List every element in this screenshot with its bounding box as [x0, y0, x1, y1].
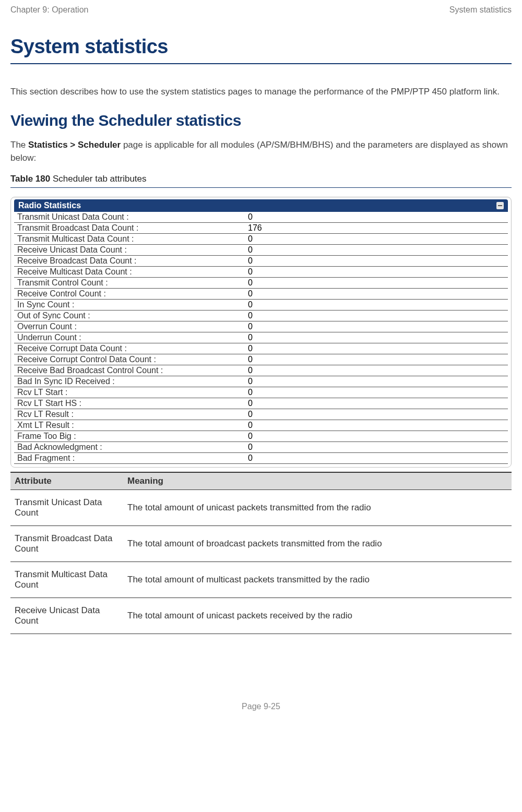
- stats-label: Receive Multicast Data Count :: [14, 266, 245, 277]
- attr-name: Transmit Multicast Data Count: [10, 562, 123, 598]
- page-footer: Page 9-25: [10, 702, 512, 711]
- attr-row: Transmit Multicast Data CountThe total a…: [10, 562, 512, 598]
- stats-row: Xmt LT Result :0: [14, 420, 508, 431]
- stats-row: Receive Control Count :0: [14, 288, 508, 299]
- stats-label: Transmit Unicast Data Count :: [14, 212, 245, 223]
- stats-label: In Sync Count :: [14, 299, 245, 310]
- stats-row: Out of Sync Count :0: [14, 310, 508, 321]
- attr-name: Receive Unicast Data Count: [10, 598, 123, 634]
- collapse-icon[interactable]: [496, 202, 504, 209]
- section-paragraph: The Statistics > Scheduler page is appli…: [10, 138, 512, 165]
- stats-value: 0: [245, 441, 508, 452]
- attr-row: Transmit Unicast Data CountThe total amo…: [10, 489, 512, 526]
- stats-value: 0: [245, 266, 508, 277]
- stats-value: 0: [245, 233, 508, 244]
- stats-value: 0: [245, 244, 508, 255]
- stats-label: Receive Corrupt Data Count :: [14, 343, 245, 354]
- panel-title-bar: Radio Statistics: [14, 199, 508, 212]
- header-right: System statistics: [449, 5, 512, 15]
- attr-name: Transmit Broadcast Data Count: [10, 526, 123, 562]
- stats-label: Rcv LT Start :: [14, 387, 245, 398]
- stats-label: Bad In Sync ID Received :: [14, 376, 245, 387]
- table-caption: Table 180 Scheduler tab attributes: [10, 174, 512, 188]
- stats-row: Bad Acknowledgment :0: [14, 441, 508, 452]
- stats-value: 0: [245, 354, 508, 365]
- stats-value: 0: [245, 387, 508, 398]
- stats-value: 0: [245, 398, 508, 409]
- stats-label: Overrun Count :: [14, 321, 245, 332]
- attr-meaning: The total amount of unicast packets rece…: [123, 598, 512, 634]
- attr-row: Transmit Broadcast Data CountThe total a…: [10, 526, 512, 562]
- stats-row: Receive Corrupt Control Data Count :0: [14, 354, 508, 365]
- stats-row: Receive Corrupt Data Count :0: [14, 343, 508, 354]
- page-header: Chapter 9: Operation System statistics: [10, 5, 512, 15]
- stats-row: Rcv LT Start HS :0: [14, 398, 508, 409]
- stats-value: 0: [245, 431, 508, 441]
- stats-row: Transmit Unicast Data Count :0: [14, 212, 508, 223]
- header-left: Chapter 9: Operation: [10, 5, 88, 15]
- stats-value: 0: [245, 452, 508, 463]
- caption-rest: Scheduler tab attributes: [50, 174, 146, 184]
- attr-header-meaning: Meaning: [123, 472, 512, 490]
- stats-value: 0: [245, 255, 508, 266]
- stats-value: 0: [245, 409, 508, 420]
- stats-label: Xmt LT Result :: [14, 420, 245, 431]
- stats-value: 0: [245, 212, 508, 223]
- stats-value: 0: [245, 420, 508, 431]
- radio-statistics-panel: Radio Statistics Transmit Unicast Data C…: [10, 197, 512, 468]
- stats-value: 0: [245, 343, 508, 354]
- stats-label: Transmit Control Count :: [14, 277, 245, 288]
- stats-label: Rcv LT Result :: [14, 409, 245, 420]
- stats-row: Underrun Count :0: [14, 332, 508, 343]
- caption-bold: Table 180: [10, 174, 50, 184]
- stats-label: Frame Too Big :: [14, 431, 245, 441]
- attr-name: Transmit Unicast Data Count: [10, 489, 123, 526]
- stats-label: Bad Acknowledgment :: [14, 441, 245, 452]
- section-heading: Viewing the Scheduler statistics: [10, 112, 512, 129]
- stats-label: Out of Sync Count :: [14, 310, 245, 321]
- stats-value: 0: [245, 365, 508, 376]
- stats-row: Transmit Multicast Data Count :0: [14, 233, 508, 244]
- attr-meaning: The total amount of broadcast packets tr…: [123, 526, 512, 562]
- stats-label: Receive Bad Broadcast Control Count :: [14, 365, 245, 376]
- stats-row: Receive Broadcast Data Count :0: [14, 255, 508, 266]
- attr-meaning: The total amount of unicast packets tran…: [123, 489, 512, 526]
- stats-label: Receive Corrupt Control Data Count :: [14, 354, 245, 365]
- stats-row: Transmit Control Count :0: [14, 277, 508, 288]
- stats-label: Transmit Multicast Data Count :: [14, 233, 245, 244]
- attribute-table: Attribute Meaning Transmit Unicast Data …: [10, 472, 512, 634]
- stats-row: Rcv LT Start :0: [14, 387, 508, 398]
- stats-value: 0: [245, 332, 508, 343]
- stats-label: Receive Unicast Data Count :: [14, 244, 245, 255]
- stats-row: Frame Too Big :0: [14, 431, 508, 441]
- attr-meaning: The total amount of multicast packets tr…: [123, 562, 512, 598]
- stats-row: Transmit Broadcast Data Count :176: [14, 222, 508, 233]
- stats-row: In Sync Count :0: [14, 299, 508, 310]
- stats-label: Bad Fragment :: [14, 452, 245, 463]
- attr-row: Receive Unicast Data CountThe total amou…: [10, 598, 512, 634]
- stats-row: Receive Multicast Data Count :0: [14, 266, 508, 277]
- stats-row: Overrun Count :0: [14, 321, 508, 332]
- stats-label: Underrun Count :: [14, 332, 245, 343]
- para-bold: Statistics > Scheduler: [28, 140, 121, 150]
- stats-value: 0: [245, 376, 508, 387]
- stats-label: Rcv LT Start HS :: [14, 398, 245, 409]
- radio-statistics-table: Transmit Unicast Data Count :0Transmit B…: [14, 212, 508, 464]
- panel-title-text: Radio Statistics: [18, 201, 81, 210]
- stats-value: 0: [245, 321, 508, 332]
- page-title: System statistics: [10, 35, 512, 64]
- stats-value: 0: [245, 288, 508, 299]
- stats-label: Receive Control Count :: [14, 288, 245, 299]
- stats-row: Bad Fragment :0: [14, 452, 508, 463]
- attr-header-attribute: Attribute: [10, 472, 123, 490]
- stats-row: Bad In Sync ID Received :0: [14, 376, 508, 387]
- para-prefix: The: [10, 140, 28, 150]
- stats-value: 176: [245, 222, 508, 233]
- stats-value: 0: [245, 299, 508, 310]
- stats-label: Receive Broadcast Data Count :: [14, 255, 245, 266]
- stats-row: Rcv LT Result :0: [14, 409, 508, 420]
- stats-row: Receive Unicast Data Count :0: [14, 244, 508, 255]
- stats-label: Transmit Broadcast Data Count :: [14, 222, 245, 233]
- stats-row: Receive Bad Broadcast Control Count :0: [14, 365, 508, 376]
- intro-paragraph: This section describes how to use the sy…: [10, 85, 512, 99]
